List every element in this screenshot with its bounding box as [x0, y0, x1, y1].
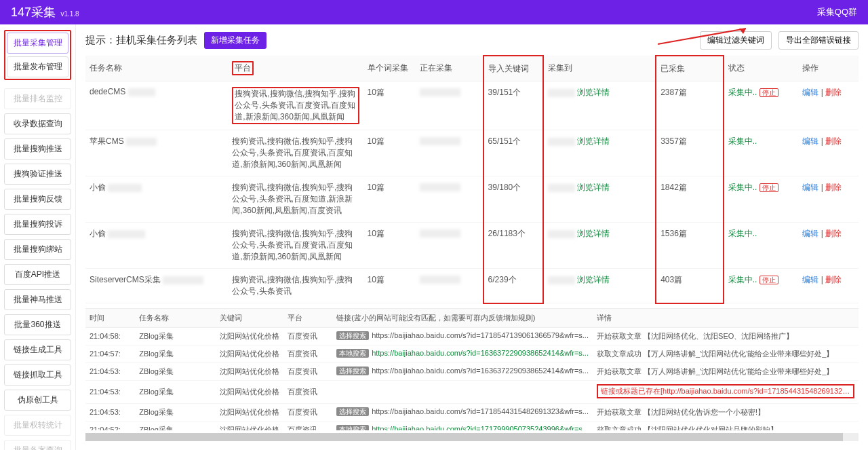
edit-link[interactable]: 编辑 [802, 183, 818, 192]
tasks-header-row: 任务名称 平台 单个词采集 正在采集 导入关键词 采集到 已采集 状态 操作 [85, 56, 859, 81]
cell-to: 浏览详情 [543, 176, 656, 223]
sidebar-item-7[interactable]: 百度API推送 [4, 264, 71, 285]
delete-link[interactable]: 删除 [825, 229, 842, 238]
sidebar-item-0[interactable]: 批量排名监控 [4, 88, 71, 109]
logs-table: 时间 任务名称 关键词 平台 链接(蓝小的网站可能没有匹配，如需要可群内反馈增加… [85, 309, 859, 430]
log-th-task: 任务名称 [135, 309, 216, 328]
cell-name: dedeCMS [85, 81, 228, 130]
sidebar-item-6[interactable]: 批量搜狗绑站 [4, 239, 71, 260]
sidebar-item-4[interactable]: 批量搜狗反馈 [4, 189, 71, 210]
log-platform: 百度资讯 [283, 362, 332, 380]
sidebar-item-9[interactable]: 批量360推送 [4, 314, 71, 335]
th-status: 状态 [724, 56, 799, 81]
log-detail-text: 获取文章成功 【万人网络讲解_'沈阳网站优化'能给企业带来哪些好处_】 [597, 350, 834, 358]
cell-to: 浏览详情 [543, 269, 656, 303]
link-tag: 选择搜索 [336, 331, 369, 340]
log-url[interactable]: https://baijiahao.baidu.com/s?id=1717999… [372, 425, 589, 430]
sidebar-item-13[interactable]: 批量权转统计 [4, 415, 71, 436]
log-detail: 开始获取文章 【沈阳网络优化、沈阳SEO、沈阳网络推广】 [593, 327, 859, 345]
view-detail-link[interactable]: 浏览详情 [577, 229, 610, 238]
edit-link[interactable]: 编辑 [802, 229, 818, 238]
log-platform: 百度资讯 [283, 403, 332, 421]
log-link: 选择搜索https://baijiahao.baidu.com/s?id=171… [332, 403, 593, 421]
log-url[interactable]: https://baijiahao.baidu.com/s?id=1636372… [372, 349, 589, 357]
th-keywords: 导入关键词 [484, 56, 544, 81]
cell-collecting [416, 269, 484, 303]
view-detail-link[interactable]: 浏览详情 [577, 136, 610, 146]
cell-keywords: 6/239个 [484, 269, 544, 303]
log-time: 21:04:57: [85, 345, 135, 362]
cell-platform: 搜狗资讯,搜狗微信,搜狗知乎,搜狗公众号,头条资讯,百度资讯,百度知道,新浪新闻… [228, 223, 363, 269]
log-row: 21:04:53:ZBlog采集沈阳网站优化价格百度资讯链接或标题已存在[htt… [85, 380, 859, 403]
cell-platform: 搜狗资讯,搜狗微信,搜狗知乎,搜狗公众号,头条资讯,百度资讯,百度知道,新浪新闻… [228, 81, 363, 130]
log-row: 21:04:52:ZBlog采集沈阳网站优化价格百度资讯本地搜索https://… [85, 421, 859, 430]
log-url[interactable]: https://baijiahao.baidu.com/s?id=1636372… [372, 367, 589, 375]
edit-link[interactable]: 编辑 [802, 136, 818, 146]
cell-keywords: 39/151个 [484, 81, 544, 130]
sidebar-item-3[interactable]: 搜狗验证推送 [4, 164, 71, 185]
cell-name: 小偷 [85, 176, 228, 223]
sidebar-top-item-0[interactable]: 批量采集管理 [7, 33, 68, 54]
log-row: 21:04:53:ZBlog采集沈阳网站优化价格百度资讯选择搜索https://… [85, 362, 859, 380]
view-detail-link[interactable]: 浏览详情 [577, 88, 610, 97]
cell-collecting [416, 223, 484, 269]
log-link: 选择搜索https://baijiahao.baidu.com/s?id=163… [332, 362, 593, 380]
delete-link[interactable]: 删除 [825, 88, 842, 97]
log-detail: 开始获取文章 【沈阳网站优化告诉您一个小秘密!】 [593, 403, 859, 421]
log-row: 21:04:58:ZBlog采集沈阳网站优化价格百度资讯选择搜索https://… [85, 327, 859, 345]
cell-done: 403篇 [656, 269, 724, 303]
log-time: 21:04:53: [85, 403, 135, 421]
log-url[interactable]: https://baijiahao.baidu.com/s?id=1718547… [372, 331, 589, 339]
cell-done: 1842篇 [656, 176, 724, 223]
log-panel: 时间 任务名称 关键词 平台 链接(蓝小的网站可能没有匹配，如需要可群内反馈增加… [85, 308, 859, 430]
log-task: ZBlog采集 [135, 345, 216, 362]
sidebar-item-8[interactable]: 批量神马推送 [4, 289, 71, 310]
export-errors-button[interactable]: 导出全部错误链接 [778, 31, 859, 50]
view-detail-link[interactable]: 浏览详情 [577, 275, 610, 284]
tasks-table: 任务名称 平台 单个词采集 正在采集 导入关键词 采集到 已采集 状态 操作 d… [85, 55, 859, 304]
sidebar-item-14[interactable]: 批量备案查询 [4, 440, 71, 450]
page-hint: 提示：挂机采集任务列表 [85, 34, 197, 47]
log-task: ZBlog采集 [135, 362, 216, 380]
edit-link[interactable]: 编辑 [802, 275, 818, 284]
task-row: 小偷 搜狗资讯,搜狗微信,搜狗知乎,搜狗公众号,头条资讯,百度知道,新浪新闻,3… [85, 176, 859, 223]
log-time: 21:04:58: [85, 327, 135, 345]
delete-link[interactable]: 删除 [825, 183, 842, 192]
horizontal-scrollbar[interactable] [85, 433, 859, 441]
edit-link[interactable]: 编辑 [802, 88, 818, 97]
sidebar-item-11[interactable]: 链接抓取工具 [4, 364, 71, 386]
sidebar-item-12[interactable]: 伪原创工具 [4, 390, 71, 411]
sidebar-top-item-1[interactable]: 批量发布管理 [7, 56, 68, 77]
log-keyword: 沈阳网站优化价格 [216, 421, 283, 430]
delete-link[interactable]: 删除 [825, 275, 842, 284]
log-th-time: 时间 [85, 309, 135, 328]
view-detail-link[interactable]: 浏览详情 [577, 183, 610, 192]
cell-name: 苹果CMS [85, 130, 228, 176]
log-time: 21:04:52: [85, 421, 135, 430]
sidebar-item-2[interactable]: 批量搜狗推送 [4, 138, 71, 160]
sidebar-item-1[interactable]: 收录数据查询 [4, 113, 71, 134]
log-task: ZBlog采集 [135, 327, 216, 345]
qq-group-link[interactable]: 采集QQ群 [817, 6, 857, 18]
sidebar-item-10[interactable]: 链接生成工具 [4, 339, 71, 360]
cell-done: 3357篇 [656, 130, 724, 176]
cell-single: 10篇 [363, 223, 416, 269]
th-collect-to: 采集到 [543, 56, 656, 81]
add-task-button[interactable]: 新增采集任务 [204, 32, 267, 49]
task-row: SiteserverCMS采集 搜狗资讯,搜狗微信,搜狗知乎,搜狗公众号,头条资… [85, 269, 859, 303]
app-title: 147采集 [11, 5, 56, 19]
log-detail-text: 开始获取文章 【沈阳网络优化、沈阳SEO、沈阳网络推广】 [597, 332, 793, 340]
log-platform: 百度资讯 [283, 421, 332, 430]
cell-ops: 编辑 | 删除 [798, 130, 859, 176]
cell-done: 2387篇 [656, 81, 724, 130]
log-url[interactable]: https://baijiahao.baidu.com/s?id=1718544… [372, 407, 589, 415]
delete-link[interactable]: 删除 [825, 136, 842, 146]
cell-platform: 搜狗资讯,搜狗微信,搜狗知乎,搜狗公众号,头条资讯,百度资讯,百度知道,新浪新闻… [228, 130, 363, 176]
log-detail-text: 获取文章成功 【沈阳网站优化优化对网站品牌的影响】 [597, 426, 778, 430]
cell-to: 浏览详情 [543, 223, 656, 269]
sidebar-item-5[interactable]: 批量搜狗投诉 [4, 214, 71, 235]
log-keyword: 沈阳网站优化价格 [216, 327, 283, 345]
th-platform: 平台 [228, 56, 363, 81]
edit-filter-button[interactable]: 编辑过滤关键词 [700, 31, 772, 50]
cell-ops: 编辑 | 删除 [798, 269, 859, 303]
